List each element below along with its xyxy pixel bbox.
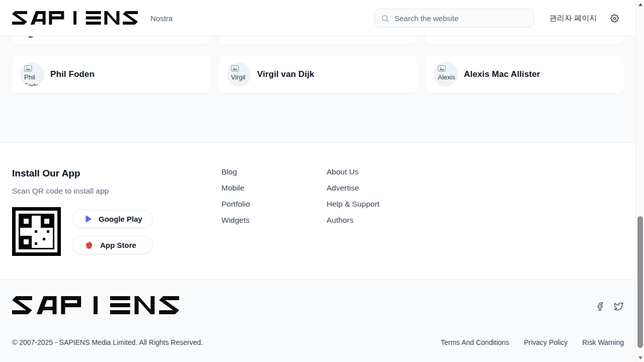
top-header: Nostra 관리자 페이지	[0, 0, 644, 36]
footer-logo-link[interactable]	[12, 296, 179, 316]
gear-icon	[610, 14, 619, 23]
install-app-subheading: Scan QR code to install app	[12, 187, 109, 196]
player-name: Virgil van Dijk	[257, 69, 314, 79]
footer-link-widgets[interactable]: Widgets	[221, 216, 250, 224]
apple-icon	[85, 241, 93, 249]
admin-page-link[interactable]: 관리자 페이지	[549, 0, 597, 36]
sapiens-logo	[12, 11, 138, 25]
player-card[interactable]: Alexis Alexis Mac Allister	[426, 55, 624, 94]
risk-warning-link[interactable]: Risk Warning	[582, 338, 624, 346]
footer-main: Install Our App Scan QR code to install …	[0, 143, 644, 280]
search-input[interactable]	[394, 14, 528, 23]
footer-link-about-us[interactable]: About Us	[327, 168, 379, 176]
footer-link-advertise[interactable]: Advertise	[327, 184, 379, 192]
avatar-alt-text: Alexis	[438, 73, 455, 81]
settings-button[interactable]	[608, 12, 620, 24]
triangle-down-icon	[638, 356, 642, 359]
broken-image-icon	[231, 65, 239, 72]
player-card[interactable]: Virgil Virgil van Dijk	[219, 55, 417, 94]
player-card-partial[interactable]	[12, 36, 210, 44]
sapiens-footer-logo	[12, 296, 179, 314]
footer-link-help-support[interactable]: Help & Support	[327, 200, 379, 208]
google-play-label: Google Play	[99, 215, 142, 223]
footer-link-portfolio[interactable]: Portfolio	[221, 200, 250, 208]
footer-links-column-1: Blog Mobile Portfolio Widgets	[221, 168, 250, 232]
header-logo-link[interactable]	[12, 11, 138, 27]
search-box[interactable]	[374, 9, 534, 28]
browser-scrollbar[interactable]	[635, 0, 644, 362]
avatar: Phil Foden	[20, 62, 44, 86]
terms-link[interactable]: Terms And Conditions	[441, 338, 509, 346]
nav-link-nostra[interactable]: Nostra	[150, 0, 173, 36]
facebook-link[interactable]	[594, 301, 605, 312]
player-card-partial[interactable]	[219, 36, 417, 44]
avatar-alt-text: Phil Foden	[24, 73, 43, 86]
google-play-button[interactable]: Google Play	[72, 210, 153, 228]
scrollbar-up-arrow[interactable]	[636, 0, 644, 9]
app-store-label: App Store	[100, 241, 136, 249]
footer-link-blog[interactable]: Blog	[221, 168, 250, 176]
player-card[interactable]: Phil Foden Phil Foden	[12, 55, 210, 94]
qr-code	[12, 207, 61, 256]
footer-link-authors[interactable]: Authors	[327, 216, 379, 224]
scrollbar-down-arrow[interactable]	[636, 353, 644, 362]
app-store-button[interactable]: App Store	[72, 236, 153, 254]
footer-bottom: © 2007-2025 - SAPIENS Media Limited. All…	[0, 281, 644, 362]
copyright-text: © 2007-2025 - SAPIENS Media Limited. All…	[12, 338, 203, 346]
install-app-heading: Install Our App	[12, 168, 80, 179]
twitter-icon	[613, 302, 624, 311]
avatar: Alexis	[434, 62, 458, 86]
scrollbar-thumb[interactable]	[637, 216, 643, 348]
twitter-link[interactable]	[613, 301, 624, 312]
facebook-icon	[595, 302, 605, 311]
avatar: Virgil	[227, 62, 251, 86]
legal-links: Terms And Conditions Privacy Policy Risk…	[441, 338, 624, 346]
avatar-alt-text: Virgil	[231, 73, 246, 81]
play-icon	[85, 215, 92, 223]
broken-image-icon	[438, 65, 446, 72]
triangle-up-icon	[638, 3, 642, 6]
cards-section: Phil Foden Phil Foden Virgil Virgil van …	[0, 36, 644, 143]
social-links	[594, 301, 624, 312]
privacy-link[interactable]: Privacy Policy	[524, 338, 568, 346]
footer-link-mobile[interactable]: Mobile	[221, 184, 250, 192]
search-icon	[381, 14, 389, 23]
player-card-partial[interactable]	[426, 36, 624, 44]
clipped-card-content	[29, 36, 33, 38]
footer-links-column-2: About Us Advertise Help & Support Author…	[327, 168, 379, 232]
player-name: Phil Foden	[50, 69, 95, 79]
player-name: Alexis Mac Allister	[464, 69, 540, 79]
broken-image-icon	[24, 65, 33, 72]
